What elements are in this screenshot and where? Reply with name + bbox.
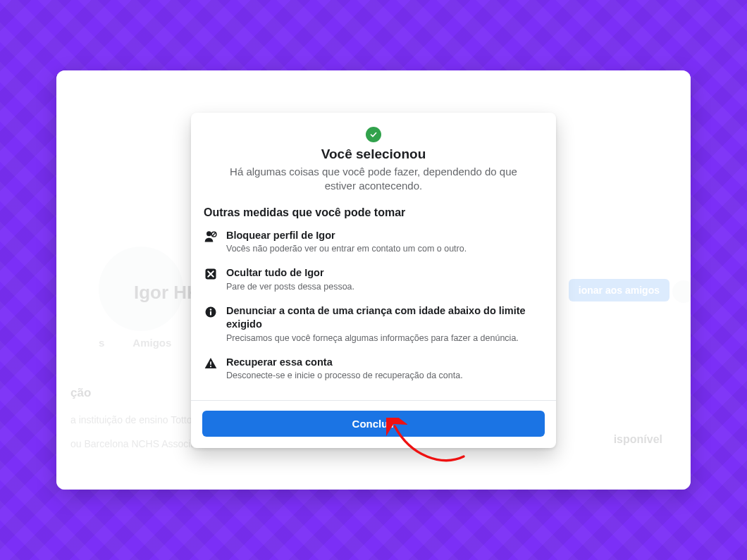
- action-block-profile[interactable]: Bloquear perfil de Igor Vocês não poderã…: [204, 229, 543, 256]
- tab-item: s: [99, 337, 104, 349]
- section-title: Outras medidas que você pode tomar: [204, 206, 543, 219]
- svg-point-0: [206, 231, 211, 236]
- block-user-icon: [204, 230, 218, 244]
- action-description: Precisamos que você forneça algumas info…: [226, 332, 543, 344]
- confirmation-modal: Você selecionou Há algumas coisas que vo…: [191, 113, 556, 448]
- modal-subtitle: Há algumas coisas que você pode fazer, d…: [204, 165, 543, 194]
- conclude-button[interactable]: Concluir: [202, 411, 545, 437]
- profile-name: Igor HK: [134, 282, 200, 304]
- action-hide-all[interactable]: Ocultar tudo de Igor Pare de ver posts d…: [204, 266, 543, 293]
- section-heading: ção: [70, 386, 91, 400]
- info-icon: [204, 305, 218, 319]
- svg-rect-7: [210, 361, 211, 365]
- action-title: Ocultar tudo de Igor: [226, 266, 543, 280]
- availability-label: isponível: [614, 433, 662, 446]
- svg-point-5: [210, 309, 212, 311]
- modal-title: Você selecionou: [204, 147, 543, 162]
- action-description: Desconecte-se e inicie o processo de rec…: [226, 370, 543, 382]
- warning-icon: [204, 356, 218, 371]
- svg-rect-6: [210, 311, 211, 316]
- info-line: a instituição de ensino Tottote: [70, 414, 200, 425]
- add-friend-button: ionar aos amigos: [569, 279, 669, 301]
- action-report-underage[interactable]: Denunciar a conta de uma criança com ida…: [204, 304, 543, 344]
- action-description: Vocês não poderão ver ou entrar em conta…: [226, 243, 543, 255]
- svg-point-8: [210, 366, 211, 367]
- action-title: Bloquear perfil de Igor: [226, 229, 543, 242]
- action-recover-account[interactable]: Recuperar essa conta Desconecte-se e ini…: [204, 356, 543, 382]
- hide-icon: [204, 267, 218, 281]
- action-title: Recuperar essa conta: [226, 356, 543, 369]
- action-title: Denunciar a conta de uma criança com ida…: [226, 304, 543, 331]
- more-button: [672, 280, 691, 303]
- success-check-icon: [366, 127, 381, 142]
- tab-item: Amigos: [132, 337, 171, 349]
- action-description: Pare de ver posts dessa pessoa.: [226, 281, 543, 293]
- svg-line-2: [212, 232, 216, 236]
